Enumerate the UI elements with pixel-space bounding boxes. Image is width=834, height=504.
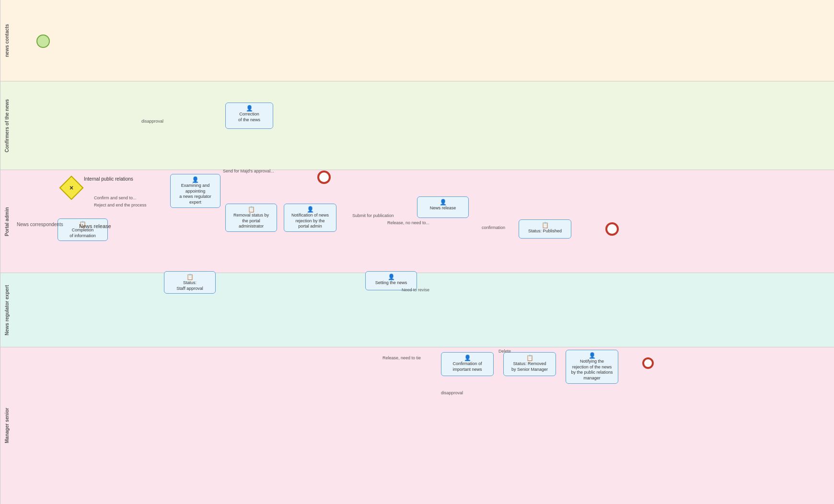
lane-label-news-contacts: news contacts bbox=[0, 0, 13, 81]
notification-icon: 👤 bbox=[287, 206, 333, 213]
news-correspondents-label: News correspondents bbox=[17, 222, 63, 227]
staff-approval-icon: 📋 bbox=[167, 274, 212, 280]
label-delete: Delete bbox=[498, 349, 511, 354]
news-release-icon: 👤 bbox=[420, 199, 465, 206]
status-published-label: Status: Published bbox=[522, 229, 568, 234]
confirmation-important-icon: 👤 bbox=[444, 355, 490, 361]
node-confirmation-important[interactable]: 👤 Confirmation ofimportant news bbox=[441, 352, 494, 376]
node-status-removed[interactable]: 📋 Status: Removedby Senior Manager bbox=[503, 352, 556, 376]
label-reject-end: Reject and end the process bbox=[94, 203, 147, 207]
news-release-label: News release bbox=[420, 206, 465, 211]
label-confirmation: confirmation bbox=[482, 225, 505, 230]
end-event-1 bbox=[317, 171, 331, 184]
examining-label: Examining andappointinga news regulatore… bbox=[174, 183, 217, 206]
label-send-majd: Send for Majd's approval... bbox=[223, 169, 274, 173]
end-event-2 bbox=[605, 222, 619, 236]
lane-label-manager-senior: Manager senior bbox=[0, 347, 13, 504]
lane-confirmers: Confirmers of the news bbox=[0, 81, 834, 170]
gateway-x-icon: × bbox=[70, 184, 73, 192]
label-disapproval-bottom: disapproval bbox=[441, 390, 463, 395]
label-release-need-tie: Release, need to tie bbox=[382, 355, 421, 360]
label-confirm-send: Confirm and send to... bbox=[94, 195, 137, 200]
setting-news-icon: 👤 bbox=[369, 274, 414, 280]
news-release-flow-label: News release bbox=[79, 223, 111, 229]
lane-news-regulator: News regulator expert bbox=[0, 273, 834, 347]
notifying-icon: 👤 bbox=[569, 352, 615, 359]
lane-manager-senior: Manager senior bbox=[0, 347, 834, 504]
node-status-published[interactable]: 📋 Status: Published bbox=[519, 219, 571, 239]
correction-news-label: Correctionof the news bbox=[229, 112, 270, 123]
lane-label-news-regulator: News regulator expert bbox=[0, 273, 13, 347]
status-removed-label: Status: Removedby Senior Manager bbox=[507, 361, 553, 372]
correction-news-icon: 👤 bbox=[229, 105, 270, 112]
diagram-container: news contacts Confirmers of the news Por… bbox=[0, 0, 834, 504]
confirmation-important-label: Confirmation ofimportant news bbox=[444, 361, 490, 372]
removal-status-label: Removal status bythe portaladministrator bbox=[229, 213, 274, 229]
start-event bbox=[36, 34, 50, 48]
notifying-label: Notifying therejection of the newsby the… bbox=[569, 359, 615, 381]
completion-label: Completionof information bbox=[61, 228, 104, 239]
removal-status-icon: 📋 bbox=[229, 206, 274, 213]
node-news-release[interactable]: 👤 News release bbox=[417, 196, 469, 218]
label-need-revise: Need to revise bbox=[402, 287, 429, 292]
node-examining-appointing[interactable]: 👤 Examining andappointinga news regulato… bbox=[170, 174, 220, 208]
status-removed-icon: 📋 bbox=[507, 355, 553, 361]
status-published-icon: 📋 bbox=[522, 222, 568, 229]
node-status-staff-approval[interactable]: 📋 Status:Staff approval bbox=[164, 271, 216, 294]
label-release-no-need: Release, no need to... bbox=[387, 220, 429, 225]
label-disapproval-top: disapproval bbox=[141, 119, 163, 124]
lane-label-portal-admin: Portal admin bbox=[0, 170, 13, 273]
internal-pr-text: Internal public relations bbox=[84, 176, 133, 182]
lane-news-contacts: news contacts bbox=[0, 0, 834, 81]
examining-icon: 👤 bbox=[174, 176, 217, 183]
staff-approval-label: Status:Staff approval bbox=[167, 280, 212, 291]
lane-label-confirmers: Confirmers of the news bbox=[0, 81, 13, 170]
label-submit-publication: Submit for publication bbox=[352, 213, 394, 218]
setting-news-label: Setting the news bbox=[369, 280, 414, 286]
notification-label: Notification of newsrejection by theport… bbox=[287, 213, 333, 229]
node-notifying-rejection[interactable]: 👤 Notifying therejection of the newsby t… bbox=[566, 350, 618, 384]
node-notification-rejection[interactable]: 👤 Notification of newsrejection by thepo… bbox=[284, 204, 336, 232]
node-completion-info[interactable]: 📋 Completionof information bbox=[58, 218, 108, 241]
node-correction-news[interactable]: 👤 Correctionof the news bbox=[225, 103, 273, 129]
node-removal-status[interactable]: 📋 Removal status bythe portaladministrat… bbox=[225, 204, 277, 232]
end-event-3 bbox=[642, 357, 654, 369]
